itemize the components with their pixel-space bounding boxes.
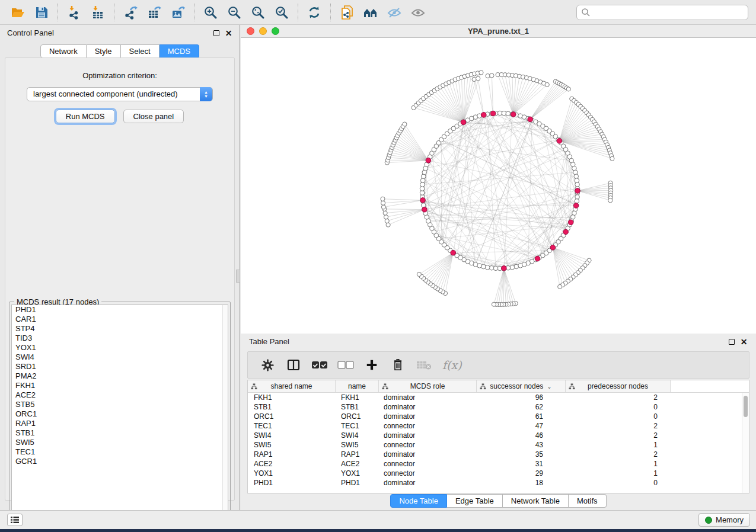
table-row[interactable]: RAP1RAP1dominator352 xyxy=(248,450,749,459)
table-row[interactable]: SWI4SWI4dominator462 xyxy=(248,431,749,440)
zoom-fit-icon[interactable] xyxy=(249,4,267,21)
mcds-result-item[interactable]: TEC1 xyxy=(12,447,228,457)
table-row[interactable]: ACE2ACE2connector311 xyxy=(248,459,749,469)
cell-shared-name: YOX1 xyxy=(248,469,336,478)
mcds-result-item[interactable]: STB5 xyxy=(12,400,228,409)
dropdown-stepper-icon: ▲▼ xyxy=(200,87,212,101)
mcds-result-item[interactable]: PHD1 xyxy=(12,305,228,315)
cell-predecessor-nodes: 1 xyxy=(566,459,671,469)
result-list-scrollbar[interactable] xyxy=(222,305,228,519)
table-scrollbar-thumb[interactable] xyxy=(744,396,748,417)
cell-shared-name: RAP1 xyxy=(248,450,336,459)
cell-successor-nodes: 29 xyxy=(477,469,566,478)
network-window-titlebar[interactable]: YPA_prune.txt_1 xyxy=(241,25,756,38)
mcds-result-item[interactable]: ORC1 xyxy=(12,409,228,419)
table-tab-node-table[interactable]: Node Table xyxy=(390,494,447,508)
tab-select[interactable]: Select xyxy=(121,44,160,58)
mcds-result-item[interactable]: PMA2 xyxy=(12,371,228,381)
tab-mcds[interactable]: MCDS xyxy=(160,44,199,58)
import-table-icon[interactable] xyxy=(89,4,107,21)
cell-mcds-role: dominator xyxy=(379,412,477,421)
mcds-result-item[interactable]: SWI5 xyxy=(12,438,228,447)
cell-successor-nodes: 62 xyxy=(477,402,566,412)
column-header-name[interactable]: name xyxy=(336,380,379,392)
cell-mcds-role: dominator xyxy=(379,450,477,459)
mcds-result-item[interactable]: RAP1 xyxy=(12,419,228,428)
table-settings-gear-icon[interactable] xyxy=(257,356,277,374)
run-mcds-button[interactable]: Run MCDS xyxy=(56,110,115,123)
mcds-result-item[interactable]: GCR1 xyxy=(12,457,228,466)
save-session-icon[interactable] xyxy=(33,4,50,21)
mcds-result-item[interactable]: SWI4 xyxy=(12,352,228,362)
toolbar-separator xyxy=(114,4,114,21)
close-table-panel-icon[interactable]: ✕ xyxy=(740,338,748,345)
tab-style[interactable]: Style xyxy=(87,44,121,58)
mcds-result-item[interactable]: YOX1 xyxy=(12,343,228,352)
table-row[interactable]: YOX1YOX1connector291 xyxy=(248,469,749,478)
cell-name: RAP1 xyxy=(336,450,379,459)
deselect-all-rows-icon[interactable] xyxy=(336,356,356,374)
mcds-result-item[interactable]: CAR1 xyxy=(12,315,228,324)
table-row[interactable]: PHD1PHD1dominator180 xyxy=(248,478,749,488)
table-scrollbar[interactable] xyxy=(742,393,749,493)
export-table-icon[interactable] xyxy=(145,4,163,21)
minimize-window-icon[interactable] xyxy=(259,27,267,35)
tab-network[interactable]: Network xyxy=(40,44,87,58)
table-tab-edge-table[interactable]: Edge Table xyxy=(447,494,503,508)
float-table-panel-icon[interactable] xyxy=(728,338,735,345)
close-panel-button[interactable]: Close panel xyxy=(123,110,184,123)
select-all-rows-icon[interactable] xyxy=(310,356,330,374)
cell-predecessor-nodes: 2 xyxy=(566,421,671,431)
close-window-icon[interactable] xyxy=(247,27,254,35)
mcds-result-item[interactable]: TID3 xyxy=(12,334,228,343)
hide-selected-icon[interactable] xyxy=(385,4,403,21)
show-columns-icon[interactable] xyxy=(283,356,304,374)
mcds-result-item[interactable]: FKH1 xyxy=(12,381,228,390)
column-header-successor-nodes[interactable]: successor nodes⌄ xyxy=(477,380,566,392)
column-header-predecessor-nodes[interactable]: predecessor nodes xyxy=(566,380,671,392)
import-network-icon[interactable] xyxy=(65,4,83,21)
task-history-button[interactable] xyxy=(7,514,23,526)
first-neighbors-icon[interactable] xyxy=(362,4,379,21)
mcds-result-list[interactable]: PHD1CAR1STP4TID3YOX1SWI4SRD1PMA2FKH1ACE2… xyxy=(11,305,228,520)
zoom-out-icon[interactable] xyxy=(225,4,243,21)
cell-name: YOX1 xyxy=(336,469,379,478)
zoom-in-icon[interactable] xyxy=(202,4,219,21)
mcds-result-item[interactable]: STP4 xyxy=(12,324,228,334)
mcds-result-item[interactable]: SRD1 xyxy=(12,362,228,371)
mcds-result-item[interactable]: STB1 xyxy=(12,428,228,438)
refresh-icon[interactable] xyxy=(305,4,323,21)
column-header-mcds-role[interactable]: MCDS role xyxy=(379,380,477,392)
mcds-result-item[interactable]: ACE2 xyxy=(12,390,228,400)
memory-button[interactable]: Memory xyxy=(698,513,750,527)
column-header-shared-name[interactable]: shared name xyxy=(248,380,336,392)
export-image-icon[interactable] xyxy=(169,4,187,21)
show-all-icon[interactable] xyxy=(409,4,427,21)
table-tab-motifs[interactable]: Motifs xyxy=(569,494,607,508)
cell-mcds-role: connector xyxy=(379,469,477,478)
table-row[interactable]: SWI5SWI5connector431 xyxy=(248,440,749,450)
maximize-window-icon[interactable] xyxy=(272,27,279,35)
float-panel-icon[interactable] xyxy=(212,29,220,37)
close-panel-icon[interactable]: ✕ xyxy=(225,29,232,37)
toolbar-separator xyxy=(58,4,58,21)
new-network-from-selection-icon[interactable] xyxy=(338,4,356,21)
criterion-dropdown-value: largest connected component (undirected) xyxy=(33,89,178,98)
table-row[interactable]: TEC1TEC1connector472 xyxy=(248,421,749,431)
table-row[interactable]: FKH1FKH1dominator962 xyxy=(248,393,749,402)
table-tab-network-table[interactable]: Network Table xyxy=(503,494,569,508)
splitter-grip[interactable] xyxy=(236,270,240,283)
search-input[interactable] xyxy=(576,5,748,20)
delete-column-icon[interactable] xyxy=(388,356,408,374)
zoom-selected-icon[interactable] xyxy=(273,4,291,21)
open-file-icon[interactable] xyxy=(9,4,27,21)
table-row[interactable]: ORC1ORC1dominator610 xyxy=(248,412,749,421)
network-view[interactable] xyxy=(241,38,756,333)
export-network-icon[interactable] xyxy=(122,4,139,21)
control-panel: Control Panel ✕ NetworkStyleSelectMCDS O… xyxy=(0,25,240,510)
add-column-icon[interactable] xyxy=(362,356,382,374)
table-row[interactable]: STB1STB1dominator620 xyxy=(248,402,749,412)
cell-predecessor-nodes: 2 xyxy=(566,393,671,402)
criterion-dropdown[interactable]: largest connected component (undirected)… xyxy=(27,87,213,101)
cell-predecessor-nodes: 2 xyxy=(566,431,671,440)
